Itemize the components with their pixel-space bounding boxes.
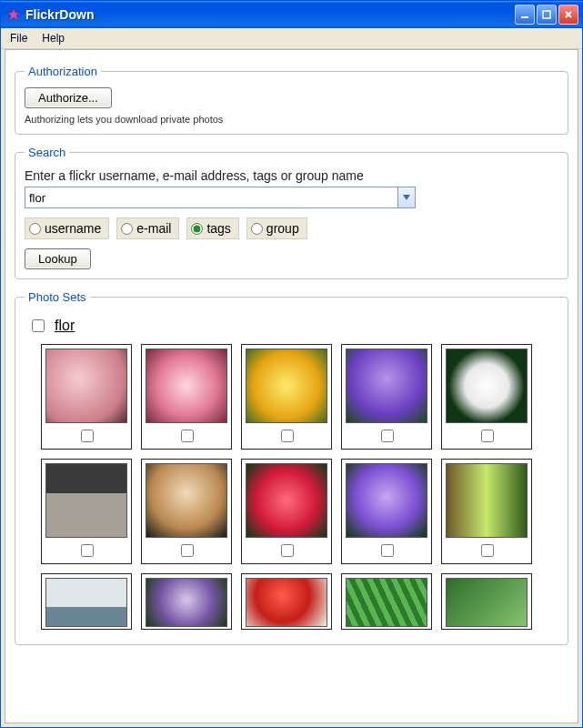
thumb-item	[141, 459, 232, 564]
thumb-item	[41, 573, 132, 630]
thumb-checkbox[interactable]	[481, 430, 494, 442]
search-legend: Search	[25, 146, 69, 159]
photo-thumbnail[interactable]	[346, 578, 427, 627]
chevron-down-icon	[403, 195, 410, 200]
thumb-item	[141, 573, 232, 630]
photo-thumbnail[interactable]	[146, 578, 227, 627]
thumb-item	[341, 459, 432, 564]
thumb-item	[41, 344, 132, 450]
photo-thumbnail[interactable]	[246, 578, 327, 627]
maximize-button[interactable]	[537, 5, 557, 25]
photo-thumbnail[interactable]	[45, 578, 127, 627]
photo-thumbnail[interactable]	[146, 349, 227, 423]
thumbnail-grid-row3	[41, 573, 558, 630]
thumb-item	[441, 573, 532, 630]
thumb-item	[241, 573, 332, 630]
radio-group[interactable]: group	[246, 217, 307, 239]
svg-rect-0	[521, 16, 528, 18]
set-select-all-checkbox[interactable]	[32, 319, 45, 332]
thumb-checkbox[interactable]	[81, 430, 94, 442]
radio-username[interactable]: username	[25, 217, 109, 239]
search-combobox	[25, 187, 416, 208]
photo-thumbnail[interactable]	[446, 578, 528, 627]
menu-help[interactable]: Help	[42, 32, 65, 45]
photo-thumbnail[interactable]	[346, 463, 427, 538]
thumb-item	[341, 573, 432, 630]
photosets-group: Photo Sets flor	[15, 290, 568, 645]
thumb-checkbox[interactable]	[281, 430, 294, 442]
menu-file[interactable]: File	[10, 32, 27, 45]
thumb-checkbox[interactable]	[181, 544, 194, 557]
search-input[interactable]	[25, 187, 397, 208]
photo-thumbnail[interactable]	[446, 349, 528, 423]
photo-thumbnail[interactable]	[246, 349, 327, 423]
thumb-item	[141, 344, 232, 450]
thumb-checkbox[interactable]	[381, 544, 394, 557]
photo-thumbnail[interactable]	[146, 463, 227, 538]
authorization-hint: Authorizing lets you download private ph…	[25, 114, 558, 125]
thumb-checkbox[interactable]	[481, 544, 494, 557]
thumb-item	[441, 459, 532, 564]
svg-rect-1	[543, 11, 550, 18]
photosets-legend: Photo Sets	[25, 290, 90, 304]
app-icon	[6, 7, 21, 22]
search-group: Search Enter a flickr username, e-mail a…	[15, 146, 568, 279]
thumb-item	[341, 344, 432, 450]
thumb-item	[241, 459, 332, 564]
authorization-group: Authorization Authorize... Authorizing l…	[15, 65, 568, 135]
titlebar[interactable]: FlickrDown	[1, 1, 582, 28]
window-title: FlickrDown	[25, 7, 515, 22]
search-instruction: Enter a flickr username, e-mail address,…	[25, 168, 558, 183]
thumb-item	[441, 344, 532, 450]
photo-thumbnail[interactable]	[45, 349, 127, 423]
search-type-radios: username e-mail tags group	[25, 217, 558, 239]
authorize-button[interactable]: Authorize...	[25, 87, 112, 108]
thumb-checkbox[interactable]	[281, 544, 294, 557]
photo-thumbnail[interactable]	[246, 463, 327, 538]
minimize-button[interactable]	[515, 5, 535, 25]
scroll-area[interactable]: Authorization Authorize... Authorizing l…	[5, 50, 578, 723]
photo-thumbnail[interactable]	[446, 463, 528, 538]
menubar: File Help	[1, 28, 582, 49]
thumb-checkbox[interactable]	[381, 430, 394, 442]
set-name[interactable]: flor	[55, 318, 75, 334]
authorization-legend: Authorization	[25, 65, 101, 78]
thumbnail-grid-row1-2	[41, 344, 558, 564]
set-header: flor	[28, 317, 558, 335]
thumb-item	[241, 344, 332, 450]
photo-thumbnail[interactable]	[45, 463, 127, 538]
window-controls	[515, 5, 578, 25]
app-window: FlickrDown File Help Authorization Autho…	[0, 0, 583, 728]
dropdown-button[interactable]	[397, 187, 416, 208]
radio-email[interactable]: e-mail	[116, 217, 179, 239]
close-button[interactable]	[558, 5, 578, 25]
thumb-checkbox[interactable]	[81, 544, 94, 557]
thumb-checkbox[interactable]	[181, 430, 194, 442]
radio-tags[interactable]: tags	[186, 217, 238, 239]
lookup-button[interactable]: Lookup	[25, 248, 91, 269]
thumb-item	[41, 459, 132, 564]
client-area: Authorization Authorize... Authorizing l…	[5, 49, 578, 723]
photo-thumbnail[interactable]	[346, 349, 427, 423]
